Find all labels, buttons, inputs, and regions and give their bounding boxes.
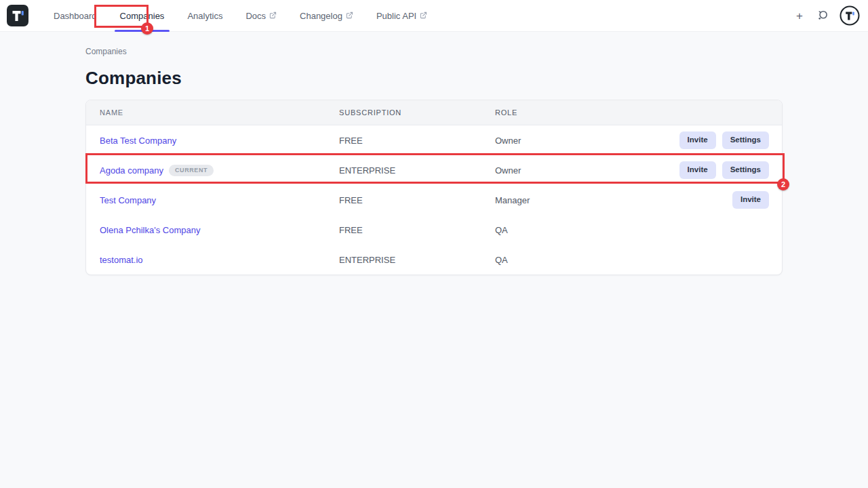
- subscription-cell: ENTERPRISE: [339, 165, 495, 176]
- topbar-actions: +: [793, 5, 860, 26]
- company-link[interactable]: Olena Pchilka's Company: [100, 225, 200, 235]
- settings-button[interactable]: Settings: [722, 161, 769, 179]
- nav-item-label: Public API: [376, 11, 416, 21]
- external-link-icon: [346, 12, 353, 19]
- top-navigation-bar: Dashboard Companies Analytics Docs Chang…: [0, 0, 868, 32]
- invite-button[interactable]: Invite: [679, 161, 716, 179]
- role-cell: QA: [495, 255, 769, 265]
- nav-item-label: Docs: [245, 11, 266, 21]
- external-link-icon: [269, 12, 277, 19]
- support-icon: [816, 9, 829, 22]
- external-link-icon: [420, 12, 427, 19]
- subscription-cell: FREE: [339, 225, 495, 235]
- nav-item-dashboard[interactable]: Dashboard: [42, 0, 108, 32]
- company-link[interactable]: testomat.io: [100, 255, 143, 265]
- column-header-role: ROLE: [495, 108, 769, 117]
- table-row: Test Company FREE Manager Invite: [86, 185, 782, 215]
- brand-logo[interactable]: [7, 5, 28, 26]
- invite-button[interactable]: Invite: [732, 191, 769, 209]
- row-actions: Invite Settings: [679, 131, 769, 149]
- support-button[interactable]: [816, 9, 829, 22]
- plus-icon: +: [796, 9, 803, 22]
- create-new-button[interactable]: +: [793, 7, 806, 24]
- nav-item-label: Dashboard: [54, 11, 97, 21]
- main-content: Companies Companies NAME SUBSCRIPTION RO…: [0, 32, 868, 275]
- nav-item-label: Analytics: [187, 11, 222, 21]
- current-badge: CURRENT: [169, 165, 214, 176]
- subscription-cell: ENTERPRISE: [339, 255, 495, 265]
- company-link[interactable]: Test Company: [100, 195, 156, 205]
- active-tab-indicator: [115, 30, 170, 32]
- settings-button[interactable]: Settings: [722, 131, 769, 149]
- breadcrumb[interactable]: Companies: [85, 47, 783, 56]
- nav-item-public-api[interactable]: Public API: [365, 0, 439, 32]
- nav-item-companies[interactable]: Companies: [108, 0, 176, 32]
- role-cell: Manager: [495, 195, 732, 205]
- role-cell: Owner: [495, 136, 679, 146]
- main-nav: Dashboard Companies Analytics Docs Chang…: [42, 0, 439, 32]
- nav-item-label: Changelog: [300, 11, 342, 21]
- table-row: Beta Test Company FREE Owner Invite Sett…: [86, 125, 782, 155]
- nav-item-docs[interactable]: Docs: [234, 0, 288, 32]
- table-row: Olena Pchilka's Company FREE QA: [86, 215, 782, 245]
- column-header-subscription: SUBSCRIPTION: [339, 108, 495, 117]
- table-row: testomat.io ENTERPRISE QA: [86, 245, 782, 274]
- subscription-cell: FREE: [339, 195, 495, 205]
- nav-item-changelog[interactable]: Changelog: [288, 0, 365, 32]
- avatar-logo-icon: [840, 5, 860, 26]
- subscription-cell: FREE: [339, 136, 495, 146]
- page-title: Companies: [85, 68, 783, 89]
- user-avatar[interactable]: [840, 5, 860, 26]
- nav-item-analytics[interactable]: Analytics: [176, 0, 234, 32]
- companies-table: NAME SUBSCRIPTION ROLE Beta Test Company…: [85, 100, 783, 275]
- table-row-current: Agoda company CURRENT ENTERPRISE Owner I…: [86, 155, 782, 185]
- row-actions: Invite Settings: [679, 161, 769, 179]
- breadcrumb-label: Companies: [85, 47, 127, 56]
- company-link[interactable]: Agoda company: [100, 165, 163, 176]
- row-actions: Invite: [732, 191, 769, 209]
- nav-item-label: Companies: [120, 11, 165, 21]
- testomat-logo-icon: [7, 5, 28, 26]
- column-header-name: NAME: [100, 108, 339, 117]
- table-header-row: NAME SUBSCRIPTION ROLE: [86, 100, 782, 125]
- role-cell: Owner: [495, 165, 679, 176]
- company-link[interactable]: Beta Test Company: [100, 136, 176, 146]
- invite-button[interactable]: Invite: [679, 131, 716, 149]
- role-cell: QA: [495, 225, 769, 235]
